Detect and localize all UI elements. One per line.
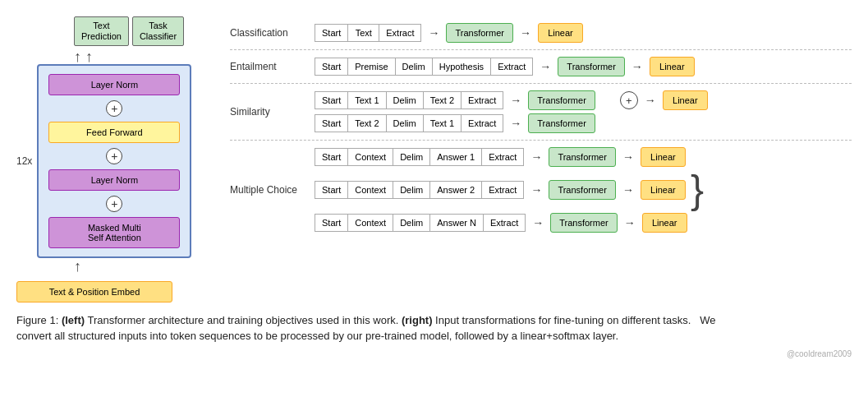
right-bold: (right) [402,314,433,326]
bottom-arrow: ↑ [74,258,81,276]
transformer-similarity-2: Transformer [528,113,595,133]
mc-tokens-1: Start Context Delim Answer 1 Extract [315,148,524,166]
task-classifier-box: TaskClassifier [132,16,184,46]
token-start: Start [315,24,347,42]
multiple-choice-pipeline: Start Context Delim Answer 1 Extract → T… [315,147,704,233]
token-start: Start [315,114,347,132]
linear-entailment: Linear [650,57,695,76]
top-arrow: ↑ ↑ [74,49,93,64]
multiple-choice-label: Multiple Choice [230,184,308,196]
token-start: Start [315,58,347,76]
multiple-choice-row: Multiple Choice Start Context Delim Answ… [230,141,852,239]
token-answern: Answer N [429,214,483,232]
mc-pipeline-row2: Start Context Delim Answer 2 Extract → T… [315,170,704,210]
linear-mc-1: Linear [641,147,686,167]
plus-circle-2: + [106,148,122,164]
layer-norm-top: Layer Norm [48,74,180,95]
linear-mc-2: Linear [641,180,686,200]
main-container: TextPrediction TaskClassifier ↑ ↑ 12x La… [8,8,860,302]
left-bold: (left) [62,314,85,326]
text-prediction-box: TextPrediction [74,16,129,46]
top-classifier-boxes: TextPrediction TaskClassifier [74,16,184,46]
mc-tokens-3: Start Context Delim Answer N Extract [315,214,526,232]
arch-wrapper: 12x Layer Norm + Feed Forward + Layer No… [16,64,191,258]
arrow-2: → [645,94,656,107]
token-hypothesis: Hypothesis [432,58,490,76]
arrow-2: → [520,26,531,39]
similarity-row: Similarity Start Text 1 Delim Text 2 Ext… [230,84,852,141]
token-answer1: Answer 1 [429,148,481,166]
entailment-pipeline: Start Premise Delim Hypothesis Extract →… [315,57,695,76]
token-context: Context [347,214,393,232]
arrow-1: → [530,150,542,164]
classification-row: Classification Start Text Extract → Tran… [230,16,852,50]
plus-circle-similarity: + [620,91,638,109]
arrow-2: → [631,60,643,73]
token-delim: Delim [386,114,423,132]
mc-pipeline-row1: Start Context Delim Answer 1 Extract → T… [315,147,704,167]
token-extract: Extract [483,214,526,232]
token-answer2: Answer 2 [429,181,481,199]
arrow-1: → [530,183,542,196]
similarity-pipeline-row2: Start Text 2 Delim Text 1 Extract → Tran… [315,113,708,133]
entailment-label: Entailment [230,61,308,72]
token-delim: Delim [393,148,429,166]
classification-label: Classification [230,27,308,39]
token-extract: Extract [461,91,503,109]
token-premise: Premise [347,58,394,76]
bracket-right: } [691,170,704,210]
watermark: @cooldream2009 [8,349,860,362]
arrow-1: → [510,94,521,107]
arrow-1: → [510,117,521,130]
classification-pipeline: Start Text Extract → Transformer → Linea… [315,23,583,43]
classification-tokens: Start Text Extract [315,24,421,42]
transformer-mc-1: Transformer [549,147,616,167]
mc-pipeline-row3: Start Context Delim Answer N Extract → T… [315,213,704,233]
token-extract: Extract [490,58,533,76]
token-context: Context [347,181,393,199]
token-extract: Extract [481,181,524,199]
right-tasks: Classification Start Text Extract → Tran… [230,16,852,239]
token-start: Start [315,181,347,199]
arrow-1: → [540,60,551,73]
entailment-row: Entailment Start Premise Delim Hypothesi… [230,50,852,84]
transformer-similarity-1: Transformer [528,90,595,110]
multiplier-label: 12x [16,155,32,167]
transformer-entailment: Transformer [558,57,625,76]
token-delim: Delim [393,181,429,199]
token-delim: Delim [393,214,429,232]
mc-tokens-2: Start Context Delim Answer 2 Extract [315,181,524,199]
similarity-tokens-1: Start Text 1 Delim Text 2 Extract [315,91,503,109]
feed-forward-block: Feed Forward [48,122,180,143]
token-delim: Delim [395,58,432,76]
token-start: Start [315,214,347,232]
arrow-2: → [622,183,634,196]
linear-classification: Linear [538,23,583,43]
embed-box: Text & Position Embed [16,281,172,302]
linear-mc-3: Linear [642,213,687,233]
token-text2b: Text 2 [347,114,385,132]
figure-caption: Figure 1: (left) Transformer architectur… [8,302,747,349]
plus-circle-1: + [106,100,122,117]
layer-norm-bottom: Layer Norm [48,169,180,191]
token-extract: Extract [461,114,503,132]
arrow-1: → [428,26,439,39]
bracket-group: } [691,170,704,210]
transformer-mc-3: Transformer [550,213,618,233]
linear-similarity: Linear [663,90,708,110]
transformer-mc-2: Transformer [549,180,616,200]
similarity-pipeline-row1: Start Text 1 Delim Text 2 Extract → Tran… [315,90,708,110]
masked-multi-attention: Masked MultiSelf Attention [48,217,180,248]
transformer-block: Layer Norm + Feed Forward + Layer Norm +… [37,64,191,258]
token-start: Start [315,91,347,109]
arrow-2: → [624,216,636,229]
arrow-2: → [622,150,634,164]
transformer-classification: Transformer [446,23,513,43]
similarity-tokens-2: Start Text 2 Delim Text 1 Extract [315,114,503,132]
entailment-tokens: Start Premise Delim Hypothesis Extract [315,58,533,76]
similarity-label: Similarity [230,106,308,118]
token-delim: Delim [386,91,423,109]
token-text1b: Text 1 [423,114,461,132]
left-architecture: TextPrediction TaskClassifier ↑ ↑ 12x La… [16,16,214,302]
token-text: Text [347,24,379,42]
